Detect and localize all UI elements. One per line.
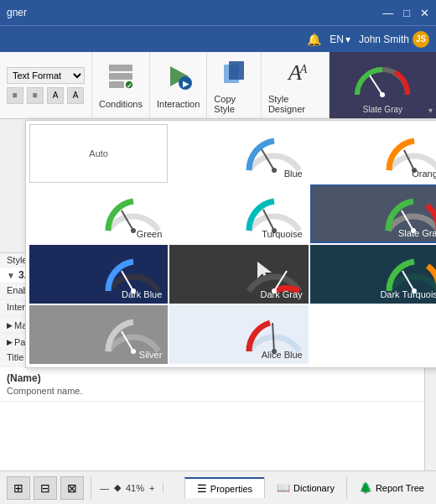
- svg-rect-2: [109, 81, 124, 88]
- interaction-icon: ▶: [164, 61, 194, 97]
- align-center-icon[interactable]: ≡: [27, 87, 44, 104]
- extra-icon[interactable]: A: [67, 87, 84, 104]
- style-item-turquoise[interactable]: Turquoise: [169, 184, 308, 243]
- copy-style-button[interactable]: Copy Style: [207, 52, 262, 118]
- report-tree-tab[interactable]: 🌲 Report Tree: [346, 477, 436, 498]
- style-item-alice-blue[interactable]: Alice Blue: [169, 305, 308, 364]
- chevron-down-icon: ▼: [7, 271, 15, 280]
- svg-point-19: [131, 228, 136, 233]
- ribbon-preview[interactable]: Slate Gray ▾: [330, 52, 436, 118]
- dropdown-chevron-icon[interactable]: ▾: [428, 106, 433, 115]
- interaction-button[interactable]: ▶ Interaction: [150, 52, 207, 118]
- window-controls[interactable]: — □ ✕: [382, 7, 429, 19]
- tab-buttons: ☰ Properties 📖 Dictionary 🌲 Report Tree: [184, 477, 436, 498]
- svg-line-33: [272, 323, 274, 351]
- expand-padding-icon[interactable]: ▶: [7, 338, 13, 346]
- user-name-display[interactable]: John Smith JS: [359, 31, 429, 48]
- style-item-dark-blue[interactable]: Dark Blue: [29, 245, 168, 304]
- svg-rect-1: [109, 73, 132, 80]
- style-slate-gray-label: Slate Gray: [398, 228, 436, 238]
- style-silver-label: Silver: [139, 350, 163, 360]
- text-format-section: Text Format ≡ ≡ A A: [0, 52, 92, 118]
- style-item-green[interactable]: Green: [29, 184, 168, 243]
- name-label: (Name): [7, 372, 429, 384]
- language-selector[interactable]: EN ▾: [330, 34, 350, 45]
- style-item-dark-gray[interactable]: Dark Gray: [169, 245, 308, 304]
- align-left-icon[interactable]: ≡: [7, 87, 23, 104]
- bottom-tab-bar: ⊞ ⊟ ⊠ — ◆ 41% + ☰ Properties 📖 Dictionar…: [0, 470, 436, 504]
- style-item-dark-turquoise[interactable]: Dark Turquoise: [310, 245, 436, 304]
- dictionary-tab-icon: 📖: [277, 481, 290, 494]
- properties-tab-label: Properties: [210, 484, 252, 494]
- style-designer-icon: A A: [280, 56, 310, 92]
- bottom-left-icons: ⊞ ⊟ ⊠: [0, 476, 91, 500]
- ribbon-small-icons: ≡ ≡ A A: [7, 87, 85, 104]
- style-dark-turquoise-label: Dark Turquoise: [380, 289, 436, 299]
- interaction-label: Interaction: [157, 99, 200, 109]
- style-dark-gray-label: Dark Gray: [261, 289, 303, 299]
- svg-text:A: A: [299, 63, 308, 75]
- dictionary-tab-label: Dictionary: [293, 483, 335, 493]
- copy-style-label: Copy Style: [214, 94, 254, 114]
- svg-rect-9: [229, 61, 244, 80]
- zoom-level: 41%: [126, 483, 144, 493]
- style-item-orange[interactable]: Orange: [310, 124, 436, 183]
- table-icon[interactable]: ⊠: [60, 476, 84, 500]
- close-button[interactable]: ✕: [420, 7, 429, 19]
- app-title: gner: [7, 7, 27, 18]
- style-alice-blue-label: Alice Blue: [262, 350, 303, 360]
- text-format-dropdown[interactable]: Text Format: [7, 67, 85, 84]
- name-description-section: (Name) Component name.: [0, 367, 436, 402]
- svg-line-12: [370, 75, 382, 95]
- conditions-icon: ✓: [106, 61, 136, 97]
- maximize-button[interactable]: □: [403, 7, 410, 19]
- dictionary-tab[interactable]: 📖 Dictionary: [264, 477, 346, 498]
- expand-icon[interactable]: ▶: [7, 321, 13, 330]
- style-designer-button[interactable]: A A Style Designer: [262, 52, 330, 118]
- svg-text:▶: ▶: [182, 80, 189, 88]
- notification-bell-icon[interactable]: 🔔: [307, 33, 321, 46]
- name-description: Component name.: [7, 386, 429, 396]
- zoom-controls: — ◆ 41% +: [91, 482, 164, 493]
- zoom-slider[interactable]: ◆: [114, 482, 121, 493]
- list-icon[interactable]: ⊟: [34, 476, 57, 500]
- style-item-slate-gray[interactable]: Slate Gray: [310, 184, 436, 243]
- style-dropdown-panel: Auto Blue Orange Green: [25, 120, 436, 368]
- style-item-silver[interactable]: Silver: [29, 305, 168, 364]
- user-bar: 🔔 EN ▾ John Smith JS: [0, 25, 436, 52]
- minimize-button[interactable]: —: [382, 7, 393, 19]
- style-item-blue[interactable]: Blue: [169, 124, 308, 183]
- copy-style-icon: [219, 56, 249, 92]
- svg-point-13: [380, 92, 385, 97]
- svg-text:✓: ✓: [126, 82, 132, 90]
- report-tree-tab-label: Report Tree: [376, 483, 424, 493]
- properties-tab-icon: ☰: [197, 482, 207, 495]
- ribbon-preview-label: Slate Gray: [363, 105, 402, 114]
- ribbon-preview-gauge: [345, 57, 420, 103]
- properties-tab[interactable]: ☰ Properties: [184, 477, 264, 498]
- style-green-label: Green: [137, 229, 163, 239]
- user-avatar: JS: [413, 31, 429, 48]
- style-turquoise-label: Turquoise: [262, 229, 303, 239]
- style-blue-label: Blue: [284, 169, 303, 179]
- style-item-auto[interactable]: Auto: [29, 124, 168, 183]
- style-auto-label: Auto: [89, 148, 108, 158]
- zoom-in-button[interactable]: +: [149, 483, 154, 493]
- report-tree-tab-icon: 🌲: [359, 481, 372, 494]
- grid-icon[interactable]: ⊞: [7, 476, 30, 500]
- conditions-label: Conditions: [99, 99, 143, 109]
- style-orange-label: Orange: [412, 169, 436, 179]
- style-designer-label: Style Designer: [268, 94, 322, 114]
- ribbon: Text Format ≡ ≡ A A ✓ Conditions ▶: [0, 52, 436, 119]
- svg-point-15: [272, 168, 277, 173]
- window-title-bar: gner — □ ✕: [0, 0, 436, 25]
- conditions-button[interactable]: ✓ Conditions: [92, 52, 150, 118]
- style-dark-blue-label: Dark Blue: [122, 289, 162, 299]
- format-icon[interactable]: A: [47, 87, 64, 104]
- svg-point-32: [131, 349, 136, 354]
- zoom-out-button[interactable]: —: [100, 483, 109, 493]
- svg-rect-0: [109, 65, 132, 71]
